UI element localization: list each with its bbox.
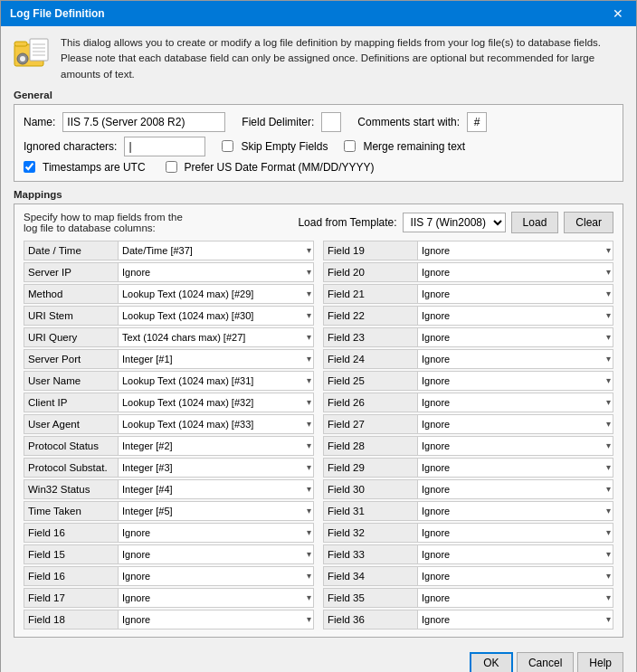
mapping-label: Field 22 [323, 306, 418, 326]
icon-box [14, 35, 52, 70]
load-button[interactable]: Load [511, 212, 559, 233]
mappings-label: Mappings [14, 189, 623, 200]
table-row: Field 16Ignore [24, 523, 314, 543]
table-row: Date / TimeDate/Time [#37] [24, 241, 314, 260]
mapping-select[interactable]: Ignore [418, 458, 613, 478]
ignored-chars-input[interactable] [124, 137, 205, 156]
svg-rect-1 [14, 42, 27, 46]
mapping-select[interactable]: Ignore [119, 610, 314, 629]
general-row-3: Timestamps are UTC Prefer US Date Format… [24, 161, 613, 174]
table-row: Field 19Ignore [323, 241, 613, 260]
mapping-label: Field 23 [323, 327, 418, 347]
mappings-section: Mappings Specify how to map fields from … [14, 189, 623, 638]
table-row: Field 35Ignore [323, 588, 613, 608]
cancel-button[interactable]: Cancel [517, 652, 574, 672]
table-row: Client IPLookup Text (1024 max) [#32] [24, 393, 314, 412]
mapping-select[interactable]: Lookup Text (1024 max) [#30] [119, 306, 314, 326]
mappings-content: Specify how to map fields from the log f… [14, 203, 623, 638]
mapping-label: Field 16 [24, 523, 119, 543]
mapping-select[interactable]: Integer [#4] [119, 479, 314, 499]
mapping-label: Field 31 [323, 501, 418, 521]
prefer-us-date-checkbox[interactable] [166, 161, 177, 173]
close-button[interactable]: ✕ [609, 6, 627, 21]
mapping-select[interactable]: Ignore [119, 588, 314, 608]
general-label: General [14, 90, 623, 100]
table-row: Field 36Ignore [323, 610, 613, 629]
table-row: Server IPIgnore [24, 262, 314, 282]
help-button[interactable]: Help [577, 652, 623, 672]
table-row: Field 30Ignore [323, 479, 613, 499]
mapping-select[interactable]: Ignore [418, 306, 613, 326]
timestamps-utc-checkbox[interactable] [24, 161, 35, 173]
skip-empty-checkbox[interactable] [222, 140, 233, 152]
table-row: URI QueryText (1024 chars max) [#27] [24, 327, 314, 347]
table-row: Field 15Ignore [24, 544, 314, 564]
ok-button[interactable]: OK [470, 652, 513, 672]
mapping-select[interactable]: Integer [#3] [119, 458, 314, 478]
mapping-select[interactable]: Lookup Text (1024 max) [#32] [119, 393, 314, 412]
mapping-select[interactable]: Text (1024 chars max) [#27] [119, 327, 314, 347]
mapping-select[interactable]: Date/Time [#37] [119, 241, 314, 260]
name-input[interactable] [62, 112, 225, 132]
table-row: Field 22Ignore [323, 306, 613, 326]
mapping-select[interactable]: Ignore [418, 523, 613, 543]
table-row: MethodLookup Text (1024 max) [#29] [24, 284, 314, 304]
mapping-select[interactable]: Ignore [418, 501, 613, 521]
mapping-select[interactable]: Ignore [119, 262, 314, 282]
mapping-label: Field 35 [323, 588, 418, 608]
mapping-label: Server Port [24, 349, 119, 369]
mapping-select[interactable]: Ignore [418, 371, 613, 391]
mapping-select[interactable]: Lookup Text (1024 max) [#29] [119, 284, 314, 304]
mapping-select[interactable]: Ignore [418, 544, 613, 564]
mapping-label: Field 30 [323, 479, 418, 499]
table-row: Field 29Ignore [323, 458, 613, 478]
field-delimiter-label: Field Delimiter: [242, 116, 314, 128]
log-file-icon [14, 35, 52, 70]
table-row: Field 31Ignore [323, 501, 613, 521]
mapping-select[interactable]: Lookup Text (1024 max) [#31] [119, 371, 314, 391]
table-row: Field 32Ignore [323, 523, 613, 543]
mapping-select[interactable]: Lookup Text (1024 max) [#33] [119, 414, 314, 434]
mapping-label: User Name [24, 371, 119, 391]
mapping-select[interactable]: Ignore [418, 284, 613, 304]
table-row: Field 34Ignore [323, 566, 613, 586]
mapping-label: Field 27 [323, 414, 418, 434]
template-select[interactable]: IIS 7 (Win2008) [403, 213, 506, 232]
mapping-label: Date / Time [24, 241, 119, 260]
mapping-select[interactable]: Ignore [418, 566, 613, 586]
mapping-select[interactable]: Ignore [119, 566, 314, 586]
title-bar: Log File Definition ✕ [1, 1, 636, 26]
mapping-select[interactable]: Ignore [418, 414, 613, 434]
table-row: User NameLookup Text (1024 max) [#31] [24, 371, 314, 391]
mapping-select[interactable]: Integer [#1] [119, 349, 314, 369]
table-row: Field 18Ignore [24, 610, 314, 629]
merge-remaining-label: Merge remaining text [363, 140, 465, 153]
field-delimiter-box[interactable] [321, 112, 341, 132]
mapping-select[interactable]: Ignore [418, 588, 613, 608]
mapping-select[interactable]: Ignore [119, 523, 314, 543]
mapping-select[interactable]: Ignore [418, 393, 613, 412]
table-row: Field 17Ignore [24, 588, 314, 608]
mapping-label: Field 26 [323, 393, 418, 412]
mappings-right-column: Field 19IgnoreField 20IgnoreField 21Igno… [323, 241, 613, 629]
mapping-select[interactable]: Ignore [119, 544, 314, 564]
mapping-select[interactable]: Integer [#2] [119, 436, 314, 456]
mapping-select[interactable]: Ignore [418, 262, 613, 282]
mapping-label: Win32 Status [24, 479, 119, 499]
mapping-label: Field 20 [323, 262, 418, 282]
merge-remaining-checkbox[interactable] [344, 140, 356, 152]
table-row: Server PortInteger [#1] [24, 349, 314, 369]
mapping-label: Field 33 [323, 544, 418, 564]
mappings-left-column: Date / TimeDate/Time [#37]Server IPIgnor… [24, 241, 314, 629]
clear-button[interactable]: Clear [564, 212, 613, 233]
mapping-select[interactable]: Ignore [418, 241, 613, 260]
mappings-grid: Date / TimeDate/Time [#37]Server IPIgnor… [24, 241, 613, 629]
mapping-select[interactable]: Ignore [418, 479, 613, 499]
mapping-label: Field 28 [323, 436, 418, 456]
mapping-select[interactable]: Ignore [418, 436, 613, 456]
mapping-select[interactable]: Ignore [418, 349, 613, 369]
mapping-select[interactable]: Ignore [418, 610, 613, 629]
mapping-select[interactable]: Integer [#5] [119, 501, 314, 521]
mapping-select[interactable]: Ignore [418, 327, 613, 347]
comments-start-box[interactable]: # [467, 112, 487, 132]
